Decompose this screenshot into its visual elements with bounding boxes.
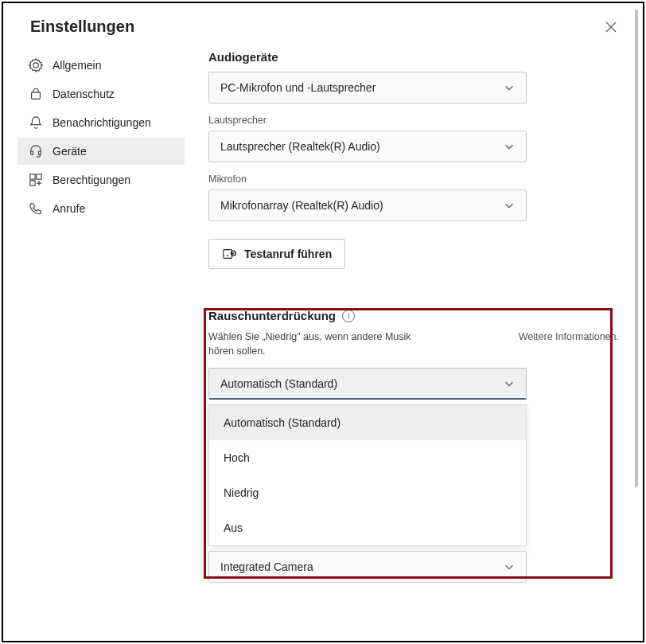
- dialog-title: Einstellungen: [30, 18, 134, 36]
- mic-select[interactable]: Mikrofonarray (Realtek(R) Audio): [208, 189, 527, 221]
- noise-more-info-link[interactable]: Weitere Informationen.: [519, 330, 619, 358]
- audio-devices-title: Audiogeräte: [208, 50, 619, 64]
- noise-option-auto[interactable]: Automatisch (Standard): [209, 405, 526, 440]
- sidebar-item-label: Benachrichtigungen: [53, 116, 151, 129]
- apps-icon: [29, 173, 43, 187]
- sidebar-item-calls[interactable]: Anrufe: [18, 195, 185, 222]
- svg-rect-2: [37, 174, 41, 179]
- scrollbar[interactable]: [635, 10, 638, 634]
- close-button[interactable]: [605, 21, 617, 33]
- audio-device-select[interactable]: PC-Mikrofon und -Lautsprecher: [208, 72, 527, 103]
- chevron-down-icon: [504, 200, 515, 211]
- chevron-down-icon: [504, 561, 515, 572]
- test-call-label: Testanruf führen: [244, 248, 332, 260]
- test-call-icon: [222, 247, 236, 261]
- noise-option-low[interactable]: Niedrig: [209, 475, 526, 510]
- info-icon[interactable]: i: [342, 310, 355, 322]
- noise-select-value: Automatisch (Standard): [220, 377, 337, 390]
- sidebar-item-notifications[interactable]: Benachrichtigungen: [18, 109, 185, 136]
- dialog-body: Allgemein Datenschutz Benachrichtigungen…: [3, 44, 643, 599]
- camera-select[interactable]: Integrated Camera: [208, 551, 527, 583]
- phone-icon: [29, 201, 43, 216]
- noise-option-high[interactable]: Hoch: [209, 440, 526, 475]
- sidebar-item-label: Datenschutz: [53, 88, 115, 100]
- speaker-value: Lautsprecher (Realtek(R) Audio): [220, 140, 380, 153]
- svg-rect-0: [32, 92, 41, 99]
- sidebar-item-label: Berechtigungen: [53, 174, 130, 186]
- svg-point-5: [227, 255, 228, 256]
- sidebar-item-devices[interactable]: Geräte: [18, 138, 185, 165]
- close-icon: [605, 21, 617, 33]
- chevron-down-icon: [504, 141, 515, 152]
- noise-option-off[interactable]: Aus: [209, 510, 526, 545]
- noise-suppression-section: Rauschunterdrückung i Wählen Sie „Niedri…: [208, 309, 619, 583]
- mic-value: Mikrofonarray (Realtek(R) Audio): [220, 199, 383, 212]
- gear-icon: [29, 58, 43, 72]
- dialog-header: Einstellungen: [3, 3, 643, 44]
- settings-sidebar: Allgemein Datenschutz Benachrichtigungen…: [18, 44, 185, 583]
- svg-rect-1: [30, 174, 35, 179]
- noise-select[interactable]: Automatisch (Standard): [208, 368, 527, 400]
- svg-rect-3: [30, 181, 35, 185]
- scrollbar-thumb[interactable]: [635, 10, 638, 487]
- sidebar-item-general[interactable]: Allgemein: [18, 52, 185, 79]
- audio-device-value: PC-Mikrofon und -Lautsprecher: [220, 81, 376, 94]
- sidebar-item-privacy[interactable]: Datenschutz: [18, 80, 185, 107]
- mic-label: Mikrofon: [208, 174, 619, 185]
- chevron-down-icon: [504, 82, 515, 93]
- lock-icon: [29, 87, 43, 101]
- sidebar-item-label: Allgemein: [53, 59, 101, 72]
- headset-icon: [29, 144, 43, 158]
- chevron-down-icon: [504, 378, 515, 389]
- sidebar-item-label: Anrufe: [53, 202, 85, 215]
- speaker-label: Lautsprecher: [208, 115, 619, 126]
- sidebar-item-permissions[interactable]: Berechtigungen: [18, 166, 185, 193]
- speaker-select[interactable]: Lautsprecher (Realtek(R) Audio): [208, 131, 527, 162]
- sidebar-item-label: Geräte: [53, 145, 87, 158]
- noise-description: Wählen Sie „Niedrig" aus, wenn andere Mu…: [208, 330, 431, 358]
- noise-dropdown: Automatisch (Standard) Hoch Niedrig Aus: [208, 404, 527, 546]
- test-call-button[interactable]: Testanruf führen: [208, 239, 345, 269]
- settings-dialog: Einstellungen Allgemein Datenschutz: [2, 2, 644, 642]
- bell-icon: [29, 115, 43, 130]
- camera-value: Integrated Camera: [220, 560, 313, 573]
- noise-title: Rauschunterdrückung: [208, 309, 336, 322]
- settings-main: Audiogeräte PC-Mikrofon und -Lautspreche…: [185, 44, 627, 583]
